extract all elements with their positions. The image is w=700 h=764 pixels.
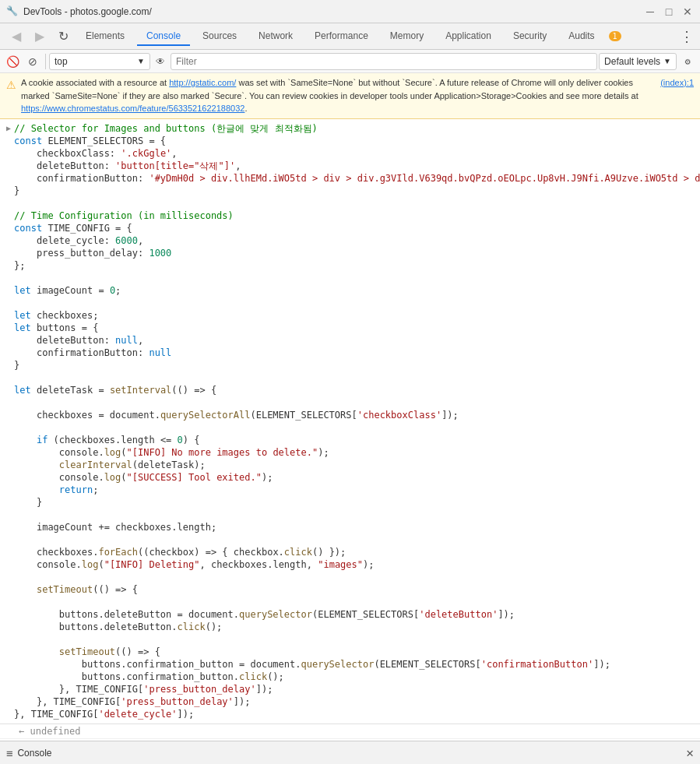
clear-button[interactable]: 🚫: [3, 52, 22, 71]
levels-arrow: ▼: [663, 57, 671, 65]
code-line-1: const ELEMENT_SELECTORS = {: [0, 135, 700, 147]
undefined-text: undefined: [30, 726, 80, 737]
tab-network[interactable]: Network: [249, 27, 302, 46]
code-line-29: buttons.deleteButton.click();: [0, 621, 700, 633]
code-line-6: const TIME_CONFIG = {: [0, 222, 700, 234]
code-line-35: }, TIME_CONFIG['delete_cycle']);: [0, 708, 700, 720]
warning-source[interactable]: (index):1: [660, 78, 694, 87]
code-line-33: }, TIME_CONFIG['press_button_delay']);: [0, 683, 700, 695]
code-line-3: deleteButton: 'button[title="삭제"]',: [0, 160, 700, 172]
code-line-17: checkboxes = document.querySelectorAll(E…: [0, 409, 700, 421]
warning-banner: ⚠ A cookie associated with a resource at…: [0, 73, 700, 119]
code-line-2: checkboxClass: '.ckGgle',: [0, 147, 700, 160]
tab-elements[interactable]: Elements: [76, 27, 134, 46]
tab-security[interactable]: Security: [504, 27, 556, 46]
console-toolbar: 🚫 ⊘ top ▼ 👁 Default levels ▼ ⚙: [0, 50, 700, 73]
no-entry-button[interactable]: ⊘: [23, 52, 42, 71]
levels-text: Default levels: [604, 56, 660, 67]
code-blank-10: [0, 596, 700, 608]
bottom-icon: ≡: [6, 747, 12, 759]
code-blank-9: [0, 571, 700, 583]
log-source-1[interactable]: VM2981:36: [647, 741, 694, 741]
minimize-button[interactable]: ─: [644, 5, 656, 18]
refresh-button[interactable]: ↻: [53, 26, 73, 47]
context-selector[interactable]: top ▼: [49, 53, 150, 70]
toolbar-divider: [45, 54, 46, 69]
code-line-16: let deleteTask = setInterval(() => {: [0, 384, 700, 396]
code-line-comment2: // Time Configuration (in milliseconds): [0, 209, 700, 222]
more-button[interactable]: ⋮: [680, 28, 694, 44]
settings-button[interactable]: ⚙: [678, 52, 697, 71]
code-line-26: console.log("[INFO] Deleting", checkboxe…: [0, 558, 700, 571]
forward-button[interactable]: ▶: [30, 26, 50, 47]
nav-bar: ◀ ▶ ↻ Elements Console Sources Network P…: [0, 23, 700, 50]
maximize-button[interactable]: □: [663, 5, 675, 18]
log-line-1: [INFO] Deleting 44 images VM2981:36: [0, 739, 700, 741]
code-line-19: console.log("[INFO] No more images to de…: [0, 446, 700, 459]
warning-link2[interactable]: https://www.chromestatus.com/feature/563…: [21, 104, 244, 113]
code-blank-6: [0, 421, 700, 434]
code-blank-3: [0, 297, 700, 309]
undefined-arrow: ←: [19, 726, 30, 737]
levels-selector[interactable]: Default levels ▼: [599, 53, 677, 70]
code-line-30: setTimeout(() => {: [0, 646, 700, 658]
filter-container: [171, 53, 597, 70]
code-line-7: delete_cycle: 6000,: [0, 234, 700, 247]
undefined-line: ← undefined: [0, 724, 700, 739]
code-line-8: press_button_delay: 1000: [0, 247, 700, 259]
back-button[interactable]: ◀: [6, 26, 26, 47]
code-line-34: }, TIME_CONFIG['press_button_delay']);: [0, 695, 700, 708]
code-blank-5: [0, 396, 700, 409]
tab-application[interactable]: Application: [436, 27, 501, 46]
code-line-14: confirmationButton: null: [0, 347, 700, 359]
code-blank-4: [0, 371, 700, 384]
code-line-15: }: [0, 359, 700, 371]
context-arrow: ▼: [137, 57, 145, 65]
expand-arrow: ▶: [6, 122, 11, 135]
close-button[interactable]: ✕: [681, 5, 694, 18]
code-area: ▶ // Selector for Images and buttons (한글…: [0, 119, 700, 724]
tab-memory[interactable]: Memory: [381, 27, 433, 46]
code-line-28: buttons.deleteButton = document.querySel…: [0, 608, 700, 621]
code-line-18: if (checkboxes.length <= 0) {: [0, 434, 700, 446]
code-line-5: }: [0, 185, 700, 197]
tab-performance[interactable]: Performance: [305, 27, 378, 46]
title-bar: 🔧 DevTools - photos.google.com/ ─ □ ✕: [0, 0, 700, 23]
code-line-comment1[interactable]: ▶ // Selector for Images and buttons (한글…: [0, 122, 700, 135]
code-line-23: }: [0, 496, 700, 509]
code-line-13: deleteButton: null,: [0, 334, 700, 347]
bottom-bar: ≡ Console ✕: [0, 741, 700, 764]
code-blank-7: [0, 509, 700, 521]
warn-badge: 1: [609, 31, 621, 41]
log-text-1: [INFO] Deleting 44 images: [19, 740, 641, 741]
code-blank-1: [0, 197, 700, 209]
log-area: ← undefined [INFO] Deleting 44 images VM…: [0, 724, 700, 741]
warning-text: A cookie associated with a resource at h…: [21, 76, 654, 115]
tab-audits[interactable]: Audits: [559, 27, 603, 46]
code-line-21: console.log("[SUCCESS] Tool exited.");: [0, 471, 700, 484]
bottom-close-button[interactable]: ✕: [686, 745, 694, 760]
code-line-12: let buttons = {: [0, 322, 700, 334]
bottom-title: Console: [17, 748, 51, 759]
warning-link1[interactable]: http://gstatic.com/: [169, 78, 236, 87]
code-line-24: imageCount += checkboxes.length;: [0, 521, 700, 533]
code-blank-2: [0, 272, 700, 284]
devtools-icon: 🔧: [6, 5, 19, 18]
code-line-10: let imageCount = 0;: [0, 284, 700, 297]
code-blank-8: [0, 533, 700, 546]
warning-icon: ⚠: [6, 77, 16, 93]
code-line-32: buttons.confirmation_button.click();: [0, 671, 700, 683]
code-line-20: clearInterval(deleteTask);: [0, 459, 700, 471]
console-content: ⚠ A cookie associated with a resource at…: [0, 73, 700, 741]
eye-button[interactable]: 👁: [152, 53, 169, 70]
tab-sources[interactable]: Sources: [193, 27, 246, 46]
code-line-4: confirmationButton: '#yDmH0d > div.llhEM…: [0, 172, 700, 185]
code-line-27: setTimeout(() => {: [0, 583, 700, 596]
code-line-31: buttons.confirmation_button = document.q…: [0, 658, 700, 671]
tab-console[interactable]: Console: [137, 27, 190, 46]
code-comment1: // Selector for Images and buttons (한글에 …: [14, 122, 318, 135]
code-line-11: let checkboxes;: [0, 309, 700, 322]
title-text: DevTools - photos.google.com/: [23, 6, 644, 17]
code-blank-11: [0, 633, 700, 646]
filter-input[interactable]: [176, 56, 592, 67]
